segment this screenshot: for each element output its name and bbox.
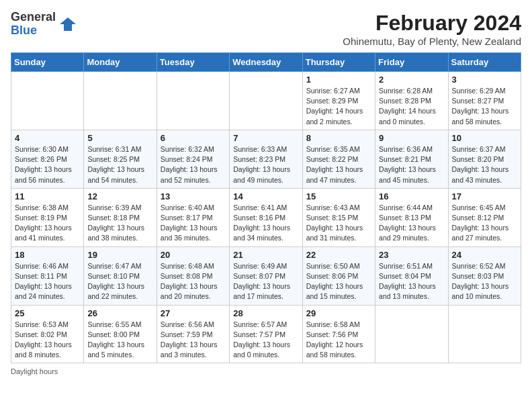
calendar-cell <box>230 72 302 130</box>
calendar-cell: 7Sunrise: 6:33 AM Sunset: 8:23 PM Daylig… <box>230 130 302 188</box>
day-info: Sunrise: 6:30 AM Sunset: 8:26 PM Dayligh… <box>15 144 80 185</box>
weekday-header: Tuesday <box>157 53 229 72</box>
calendar-cell <box>375 305 448 363</box>
calendar-cell: 4Sunrise: 6:30 AM Sunset: 8:26 PM Daylig… <box>11 130 84 188</box>
day-info: Sunrise: 6:33 AM Sunset: 8:23 PM Dayligh… <box>233 144 298 185</box>
calendar-header-row: SundayMondayTuesdayWednesdayThursdayFrid… <box>11 53 521 72</box>
day-number: 4 <box>15 133 80 143</box>
day-info: Sunrise: 6:53 AM Sunset: 8:02 PM Dayligh… <box>15 320 80 361</box>
svg-marker-0 <box>60 17 76 31</box>
title-block: February 2024 Ohinemutu, Bay of Plenty, … <box>343 11 521 47</box>
page-header: General Blue February 2024 Ohinemutu, Ba… <box>11 11 521 47</box>
day-number: 20 <box>161 250 226 260</box>
footer-note: Daylight hours <box>11 367 521 375</box>
calendar-week-row: 4Sunrise: 6:30 AM Sunset: 8:26 PM Daylig… <box>11 130 521 188</box>
day-info: Sunrise: 6:48 AM Sunset: 8:08 PM Dayligh… <box>161 261 226 302</box>
logo-blue: Blue <box>11 24 56 38</box>
calendar-cell: 13Sunrise: 6:40 AM Sunset: 8:17 PM Dayli… <box>157 188 229 246</box>
day-info: Sunrise: 6:49 AM Sunset: 8:07 PM Dayligh… <box>233 261 298 302</box>
day-number: 11 <box>15 191 80 201</box>
day-number: 2 <box>379 75 444 85</box>
calendar-cell: 11Sunrise: 6:38 AM Sunset: 8:19 PM Dayli… <box>11 188 84 246</box>
weekday-header: Sunday <box>11 53 84 72</box>
day-info: Sunrise: 6:32 AM Sunset: 8:24 PM Dayligh… <box>161 144 226 185</box>
day-number: 23 <box>379 250 444 260</box>
calendar-cell: 29Sunrise: 6:58 AM Sunset: 7:56 PM Dayli… <box>302 305 375 363</box>
day-number: 8 <box>306 133 371 143</box>
day-info: Sunrise: 6:50 AM Sunset: 8:06 PM Dayligh… <box>306 261 371 302</box>
day-info: Sunrise: 6:39 AM Sunset: 8:18 PM Dayligh… <box>87 203 152 244</box>
day-info: Sunrise: 6:41 AM Sunset: 8:16 PM Dayligh… <box>233 203 298 244</box>
calendar-cell: 6Sunrise: 6:32 AM Sunset: 8:24 PM Daylig… <box>157 130 229 188</box>
calendar-cell: 27Sunrise: 6:56 AM Sunset: 7:59 PM Dayli… <box>157 305 229 363</box>
day-number: 21 <box>233 250 298 260</box>
day-info: Sunrise: 6:47 AM Sunset: 8:10 PM Dayligh… <box>87 261 152 302</box>
calendar-cell: 20Sunrise: 6:48 AM Sunset: 8:08 PM Dayli… <box>157 246 229 305</box>
day-number: 16 <box>379 191 444 201</box>
calendar-cell: 2Sunrise: 6:28 AM Sunset: 8:28 PM Daylig… <box>375 72 448 130</box>
day-info: Sunrise: 6:28 AM Sunset: 8:28 PM Dayligh… <box>379 86 444 127</box>
day-number: 18 <box>15 250 80 260</box>
calendar-cell: 8Sunrise: 6:35 AM Sunset: 8:22 PM Daylig… <box>302 130 375 188</box>
calendar-cell: 21Sunrise: 6:49 AM Sunset: 8:07 PM Dayli… <box>230 246 302 305</box>
calendar-cell: 22Sunrise: 6:50 AM Sunset: 8:06 PM Dayli… <box>302 246 375 305</box>
calendar-cell: 16Sunrise: 6:44 AM Sunset: 8:13 PM Dayli… <box>375 188 448 246</box>
calendar-cell: 14Sunrise: 6:41 AM Sunset: 8:16 PM Dayli… <box>230 188 302 246</box>
calendar-cell <box>157 72 229 130</box>
calendar-week-row: 18Sunrise: 6:46 AM Sunset: 8:11 PM Dayli… <box>11 246 521 305</box>
day-info: Sunrise: 6:44 AM Sunset: 8:13 PM Dayligh… <box>379 203 444 244</box>
logo-icon <box>58 15 77 34</box>
day-number: 3 <box>452 75 517 85</box>
calendar-week-row: 1Sunrise: 6:27 AM Sunset: 8:29 PM Daylig… <box>11 72 521 130</box>
calendar-cell: 1Sunrise: 6:27 AM Sunset: 8:29 PM Daylig… <box>302 72 375 130</box>
day-info: Sunrise: 6:46 AM Sunset: 8:11 PM Dayligh… <box>15 261 80 302</box>
day-number: 6 <box>161 133 226 143</box>
day-info: Sunrise: 6:55 AM Sunset: 8:00 PM Dayligh… <box>87 320 152 361</box>
day-number: 28 <box>233 308 298 318</box>
weekday-header: Saturday <box>448 53 521 72</box>
day-info: Sunrise: 6:56 AM Sunset: 7:59 PM Dayligh… <box>161 320 226 361</box>
calendar-cell: 26Sunrise: 6:55 AM Sunset: 8:00 PM Dayli… <box>84 305 157 363</box>
calendar-cell <box>84 72 157 130</box>
calendar-cell: 24Sunrise: 6:52 AM Sunset: 8:03 PM Dayli… <box>448 246 521 305</box>
calendar-cell: 18Sunrise: 6:46 AM Sunset: 8:11 PM Dayli… <box>11 246 84 305</box>
day-info: Sunrise: 6:45 AM Sunset: 8:12 PM Dayligh… <box>452 203 517 244</box>
calendar-cell: 9Sunrise: 6:36 AM Sunset: 8:21 PM Daylig… <box>375 130 448 188</box>
day-number: 15 <box>306 191 371 201</box>
weekday-header: Friday <box>375 53 448 72</box>
day-number: 27 <box>161 308 226 318</box>
calendar-cell: 15Sunrise: 6:43 AM Sunset: 8:15 PM Dayli… <box>302 188 375 246</box>
calendar-cell: 19Sunrise: 6:47 AM Sunset: 8:10 PM Dayli… <box>84 246 157 305</box>
daylight-hours-label: Daylight hours <box>11 367 58 375</box>
day-info: Sunrise: 6:27 AM Sunset: 8:29 PM Dayligh… <box>306 86 371 127</box>
location-subtitle: Ohinemutu, Bay of Plenty, New Zealand <box>343 36 521 47</box>
logo-general: General <box>11 11 56 24</box>
day-info: Sunrise: 6:51 AM Sunset: 8:04 PM Dayligh… <box>379 261 444 302</box>
calendar-cell: 17Sunrise: 6:45 AM Sunset: 8:12 PM Dayli… <box>448 188 521 246</box>
calendar-cell: 3Sunrise: 6:29 AM Sunset: 8:27 PM Daylig… <box>448 72 521 130</box>
day-info: Sunrise: 6:38 AM Sunset: 8:19 PM Dayligh… <box>15 203 80 244</box>
calendar-cell <box>448 305 521 363</box>
day-number: 19 <box>87 250 152 260</box>
day-info: Sunrise: 6:52 AM Sunset: 8:03 PM Dayligh… <box>452 261 517 302</box>
day-number: 14 <box>233 191 298 201</box>
day-info: Sunrise: 6:58 AM Sunset: 7:56 PM Dayligh… <box>306 320 371 361</box>
day-number: 26 <box>87 308 152 318</box>
day-number: 7 <box>233 133 298 143</box>
calendar-cell: 28Sunrise: 6:57 AM Sunset: 7:57 PM Dayli… <box>230 305 302 363</box>
calendar-week-row: 25Sunrise: 6:53 AM Sunset: 8:02 PM Dayli… <box>11 305 521 363</box>
day-number: 29 <box>306 308 371 318</box>
logo-text: General Blue <box>11 11 56 38</box>
calendar-cell: 25Sunrise: 6:53 AM Sunset: 8:02 PM Dayli… <box>11 305 84 363</box>
calendar-week-row: 11Sunrise: 6:38 AM Sunset: 8:19 PM Dayli… <box>11 188 521 246</box>
day-info: Sunrise: 6:57 AM Sunset: 7:57 PM Dayligh… <box>233 320 298 361</box>
day-number: 10 <box>452 133 517 143</box>
day-number: 22 <box>306 250 371 260</box>
day-number: 12 <box>87 191 152 201</box>
day-number: 13 <box>161 191 226 201</box>
weekday-header: Wednesday <box>230 53 302 72</box>
day-info: Sunrise: 6:36 AM Sunset: 8:21 PM Dayligh… <box>379 144 444 185</box>
day-info: Sunrise: 6:31 AM Sunset: 8:25 PM Dayligh… <box>87 144 152 185</box>
day-info: Sunrise: 6:37 AM Sunset: 8:20 PM Dayligh… <box>452 144 517 185</box>
day-number: 24 <box>452 250 517 260</box>
